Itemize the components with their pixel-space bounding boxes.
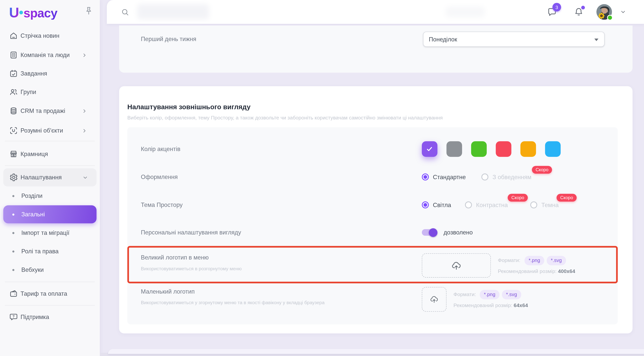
- sidebar-item-label: Підтримка: [20, 314, 49, 320]
- search-icon[interactable]: [121, 8, 130, 16]
- chevron-down-icon: [82, 174, 88, 180]
- profile-chevron-down-icon[interactable]: [620, 9, 626, 15]
- big-logo-upload-dropzone[interactable]: [422, 253, 491, 278]
- logo-letter-u: U: [9, 4, 19, 20]
- recommended-size-line: Рекомендований розмір: 400x64: [498, 268, 575, 274]
- users-icon: [9, 88, 18, 96]
- calendar-check-icon: [9, 69, 18, 78]
- uspacy-logo[interactable]: Uspacy: [9, 4, 58, 20]
- sidebar-item-support[interactable]: ? Підтримка: [0, 308, 100, 326]
- sidebar-item-label: Крамниця: [20, 151, 48, 157]
- format-chip-svg: *.svg: [502, 290, 521, 299]
- sidebar-item-label: Стрічка новин: [20, 32, 60, 39]
- design-label: Оформлення: [141, 174, 178, 180]
- accent-swatch-purple[interactable]: [422, 141, 438, 157]
- database-icon: [9, 106, 18, 116]
- first-day-select[interactable]: Понеділок: [423, 32, 604, 47]
- radio-label: З обведенням: [492, 174, 532, 180]
- help-bubble-icon: ?: [9, 312, 18, 322]
- bullet-icon: [12, 269, 14, 271]
- wallet-icon: [9, 289, 18, 298]
- chevron-right-icon: [81, 52, 88, 58]
- toggle-knob: [429, 228, 438, 237]
- first-day-label: Перший день тижня: [141, 36, 196, 42]
- personal-settings-toggle[interactable]: [422, 229, 438, 236]
- toggle-state-label: дозволено: [444, 229, 473, 236]
- general-settings-card: Перший день тижня Понеділок: [119, 26, 632, 73]
- sidebar-item-settings[interactable]: Налаштування: [3, 168, 96, 186]
- accent-swatch-blue[interactable]: [545, 141, 561, 157]
- sidebar-subitem-label: Імпорт та міграції: [22, 230, 70, 236]
- big-logo-description: Використовуватиметься в розгорнутому мен…: [141, 266, 242, 271]
- accent-color-label: Колір акцентів: [141, 146, 180, 152]
- bullet-icon: [12, 195, 14, 197]
- redacted-header-text: [446, 6, 485, 17]
- sidebar-item-label: CRM та продажі: [20, 108, 65, 114]
- radio-contrast-theme[interactable]: Контрастна: [465, 202, 508, 208]
- scan-object-icon: [9, 126, 18, 135]
- appearance-subtitle: Виберіть колір, оформлення, тему Простор…: [127, 115, 443, 121]
- size-label: Рекомендований розмір:: [454, 303, 512, 308]
- sidebar-subitem-webhooks[interactable]: Вебхуки: [3, 261, 96, 279]
- format-chip-png: *.png: [524, 256, 544, 265]
- radio-label: Світла: [433, 202, 451, 208]
- appearance-title: Налаштування зовнішнього вигляду: [127, 103, 250, 111]
- sidebar-item-label: Тариф та оплата: [20, 290, 67, 297]
- size-value: 64x64: [514, 303, 528, 308]
- size-value: 400x64: [558, 268, 575, 274]
- online-status-dot: [607, 15, 613, 20]
- highlight-red-border: [127, 246, 618, 283]
- soon-badge: Скоро: [508, 194, 528, 202]
- chat-badge: 3: [552, 3, 561, 12]
- radio-label: Темна: [541, 202, 559, 208]
- radio-icon: [422, 202, 429, 208]
- sidebar-item-marketplace[interactable]: Крамниця: [0, 145, 100, 163]
- accent-swatch-amber[interactable]: [520, 141, 536, 157]
- small-logo-label: Маленький логотип: [141, 288, 195, 295]
- top-bar: 3: [107, 0, 644, 24]
- personal-settings-label: Персональні налаштування вигляду: [141, 229, 241, 236]
- sidebar-item-crm[interactable]: CRM та продажі: [0, 102, 100, 120]
- home-icon: [9, 31, 18, 40]
- radio-dark-theme[interactable]: Темна: [530, 202, 559, 208]
- sidebar-item-tasks[interactable]: Завдання: [0, 64, 100, 83]
- sidebar-divider: [5, 141, 95, 141]
- size-label: Рекомендований розмір:: [498, 268, 556, 274]
- recommended-size-line: Рекомендований розмір: 64x64: [454, 303, 528, 308]
- radio-icon: [481, 174, 488, 180]
- formats-label: Формати:: [498, 257, 520, 263]
- sidebar-item-news-feed[interactable]: Стрічка новин: [0, 27, 100, 45]
- small-logo-upload-dropzone[interactable]: [422, 287, 446, 312]
- bullet-icon: [12, 250, 14, 252]
- sidebar-item-groups[interactable]: Групи: [0, 83, 100, 101]
- small-logo-description: Використовуватиметься у згорнутому меню …: [141, 300, 324, 305]
- accent-swatch-red[interactable]: [496, 141, 512, 157]
- sidebar-subitem-label: Ролі та права: [22, 248, 58, 254]
- sidebar-item-tariff-payment[interactable]: Тариф та оплата: [0, 284, 100, 303]
- sidebar-item-label: Завдання: [20, 70, 47, 77]
- settings-page: Uspacy Стрічка новин Компанія та люди За…: [0, 0, 644, 356]
- sidebar-item-smart-objects[interactable]: Розумні об'єкти: [0, 122, 100, 140]
- bullet-icon: [12, 232, 14, 234]
- gear-icon: [9, 173, 18, 182]
- cloud-upload-icon: [429, 294, 439, 304]
- pin-sidebar-icon[interactable]: [84, 6, 94, 16]
- accent-swatch-green[interactable]: [471, 141, 487, 157]
- radio-icon: [465, 202, 472, 208]
- svg-text:?: ?: [12, 314, 15, 318]
- next-card-peek: [108, 349, 644, 354]
- radio-outlined[interactable]: З обведенням: [481, 174, 532, 180]
- sidebar-item-company-people[interactable]: Компанія та люди: [0, 46, 100, 64]
- sidebar-item-label: Групи: [20, 88, 36, 95]
- radio-standard[interactable]: Стандартне: [422, 174, 466, 180]
- soon-badge: Скоро: [556, 194, 577, 202]
- sidebar-subitem-import-migration[interactable]: Імпорт та міграції: [3, 224, 96, 242]
- radio-light-theme[interactable]: Світла: [422, 202, 451, 208]
- sidebar-subitem-sections[interactable]: Розділи: [3, 187, 96, 205]
- sidebar-subitem-general[interactable]: Загальні: [3, 205, 96, 224]
- sidebar-subitem-roles-rights[interactable]: Ролі та права: [3, 242, 96, 260]
- dropdown-caret-icon: [594, 38, 598, 41]
- accent-swatch-gray[interactable]: [446, 141, 462, 157]
- store-icon: [9, 150, 18, 158]
- chevron-right-icon: [81, 108, 88, 114]
